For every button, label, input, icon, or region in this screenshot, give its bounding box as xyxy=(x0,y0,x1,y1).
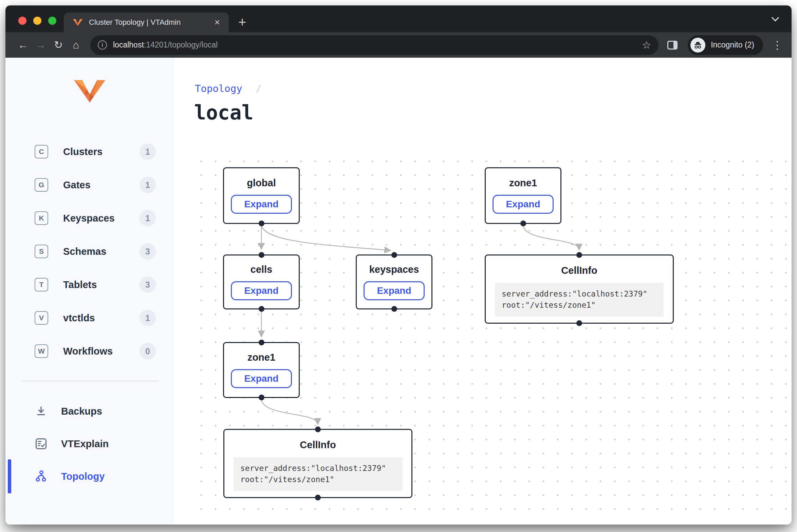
expand-button-zone1-cells[interactable]: Expand xyxy=(231,369,292,388)
node-title: CellInfo xyxy=(561,265,597,276)
tab-strip: Cluster Topology | VTAdmin × + xyxy=(5,5,792,32)
port-bottom xyxy=(259,221,264,226)
node-title: cells xyxy=(251,264,273,275)
sidebar-item-vtexplain[interactable]: VTExplain xyxy=(5,428,173,460)
sidebar-item-keyspaces[interactable]: K Keyspaces 1 xyxy=(5,202,173,235)
sidebar-item-vtctlds[interactable]: V vtctlds 1 xyxy=(5,301,173,335)
reload-button[interactable]: ↻ xyxy=(50,39,67,51)
count-badge: 1 xyxy=(140,144,156,160)
node-global: global Expand xyxy=(223,167,300,224)
node-title: global xyxy=(247,177,276,189)
node-cells: cells Expand xyxy=(223,254,300,309)
schemas-icon: S xyxy=(35,245,48,258)
port-bottom xyxy=(391,306,397,312)
vitess-favicon-icon xyxy=(73,18,83,27)
cellinfo-code: server_address:"localhost:2379" root:"/v… xyxy=(495,283,664,317)
breadcrumb-topology-link[interactable]: Topology xyxy=(195,83,242,94)
side-panel-icon[interactable] xyxy=(667,41,678,50)
tab-search-chevron-icon[interactable] xyxy=(772,14,779,22)
site-info-icon[interactable]: i xyxy=(98,40,107,50)
port-bottom xyxy=(315,495,321,500)
port-top xyxy=(259,340,264,345)
url-text: localhost:14201/topology/local xyxy=(113,40,218,50)
expand-button-zone1-global[interactable]: Expand xyxy=(493,195,553,214)
incognito-avatar xyxy=(690,38,705,53)
node-cellinfo-right: CellInfo server_address:"localhost:2379"… xyxy=(485,254,674,324)
vtctlds-icon: V xyxy=(35,311,48,325)
port-top xyxy=(391,252,397,258)
topology-icon xyxy=(35,470,48,483)
code-line: root:"/vitess/zone1" xyxy=(240,474,395,485)
sidebar-item-label: Gates xyxy=(63,179,91,191)
doc-check-icon xyxy=(35,437,48,450)
edge-zone1-cellinfo-bottom xyxy=(261,399,318,424)
port-bottom xyxy=(259,395,264,400)
node-zone1-global: zone1 Expand xyxy=(485,167,561,224)
node-cellinfo-bottom: CellInfo server_address:"localhost:2379"… xyxy=(223,429,412,498)
sidebar-item-label: Clusters xyxy=(63,146,103,157)
sidebar-item-gates[interactable]: G Gates 1 xyxy=(5,168,173,202)
keyspaces-icon: K xyxy=(35,211,48,225)
back-button[interactable]: ← xyxy=(14,39,32,51)
forward-button[interactable]: → xyxy=(32,39,50,51)
minimize-window-button[interactable] xyxy=(33,17,41,25)
node-title: CellInfo xyxy=(300,439,336,451)
code-line: root:"/vitess/zone1" xyxy=(502,300,657,311)
count-badge: 3 xyxy=(140,243,156,260)
expand-button-global[interactable]: Expand xyxy=(231,195,292,214)
sidebar-item-clusters[interactable]: C Clusters 1 xyxy=(5,135,173,168)
download-icon xyxy=(35,405,48,418)
sidebar-item-schemas[interactable]: S Schemas 3 xyxy=(5,235,173,268)
code-line: server_address:"localhost:2379" xyxy=(240,463,395,474)
incognito-icon xyxy=(693,40,703,50)
port-bottom xyxy=(576,320,582,326)
count-badge: 0 xyxy=(140,343,156,359)
vitess-logo xyxy=(73,79,107,103)
sidebar: C Clusters 1 G Gates 1 K Keyspaces 1 S S… xyxy=(5,58,174,525)
edge-global-keyspaces xyxy=(261,225,390,250)
port-bottom xyxy=(520,221,526,226)
home-button[interactable]: ⌂ xyxy=(67,39,85,51)
sidebar-item-backups[interactable]: Backups xyxy=(5,395,173,428)
count-badge: 3 xyxy=(140,277,156,293)
sidebar-item-tablets[interactable]: T Tablets 3 xyxy=(5,268,173,301)
tablets-icon: T xyxy=(35,278,48,291)
clusters-icon: C xyxy=(35,145,48,158)
browser-tab[interactable]: Cluster Topology | VTAdmin × xyxy=(64,13,229,32)
breadcrumb-separator: / xyxy=(256,83,261,94)
node-title: zone1 xyxy=(509,177,537,189)
sidebar-item-label: Schemas xyxy=(63,246,106,257)
close-tab-icon[interactable]: × xyxy=(213,18,221,27)
zoom-window-button[interactable] xyxy=(48,17,56,25)
sidebar-item-label: Workflows xyxy=(63,346,113,357)
new-tab-button[interactable]: + xyxy=(238,15,246,29)
port-top xyxy=(576,252,582,258)
bookmark-star-icon[interactable]: ☆ xyxy=(642,39,651,51)
node-title: keyspaces xyxy=(369,264,419,275)
address-bar[interactable]: i localhost:14201/topology/local ☆ xyxy=(90,35,659,55)
node-keyspaces: keyspaces Expand xyxy=(356,254,432,309)
expand-button-keyspaces[interactable]: Expand xyxy=(364,281,424,300)
sidebar-item-label: Tablets xyxy=(63,279,97,290)
edge-zone1-cellinfo-right xyxy=(523,225,579,250)
node-title: zone1 xyxy=(247,352,275,363)
port-top xyxy=(315,426,321,432)
expand-button-cells[interactable]: Expand xyxy=(231,281,292,300)
tab-title: Cluster Topology | VTAdmin xyxy=(89,18,213,27)
main-panel: Topology / local xyxy=(174,58,792,525)
sidebar-item-topology[interactable]: Topology xyxy=(5,460,173,493)
sidebar-item-workflows[interactable]: W Workflows 0 xyxy=(5,335,173,368)
sidebar-divider xyxy=(22,381,159,381)
active-indicator xyxy=(8,459,11,493)
topology-graph: global Expand zone1 Expand cells Expand xyxy=(189,159,787,519)
close-window-button[interactable] xyxy=(18,17,26,25)
sidebar-item-label: VTExplain xyxy=(61,438,109,450)
port-top xyxy=(259,252,264,258)
workflows-icon: W xyxy=(35,344,48,358)
browser-window: Cluster Topology | VTAdmin × + ← → ↻ ⌂ i… xyxy=(5,5,792,525)
sidebar-nav-secondary: Backups VTExplain xyxy=(5,395,173,493)
page-content: C Clusters 1 G Gates 1 K Keyspaces 1 S S… xyxy=(5,58,792,525)
sidebar-nav-primary: C Clusters 1 G Gates 1 K Keyspaces 1 S S… xyxy=(5,135,173,368)
browser-menu-icon[interactable]: ⋮ xyxy=(772,39,783,52)
sidebar-item-label: Keyspaces xyxy=(63,213,115,224)
